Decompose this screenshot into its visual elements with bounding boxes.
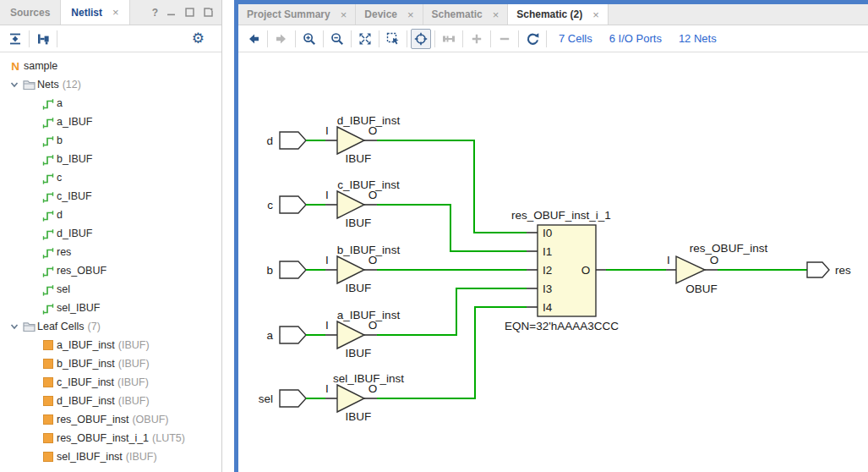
netlist-panel-tabbar: SourcesNetlist×?: [0, 0, 221, 25]
tree-row-d[interactable]: d: [0, 206, 221, 224]
forward-arrow-button[interactable]: [271, 29, 292, 49]
tree-item-label: Leaf Cells: [37, 321, 85, 332]
tree-row-sel-ibuf-inst[interactable]: sel_IBUF_inst(IBUF): [0, 447, 221, 466]
tree-item-label: b_IBUF_inst: [57, 358, 115, 370]
tree-row-sel[interactable]: sel: [0, 280, 221, 299]
hierarchy-icon: [36, 32, 50, 46]
back-arrow-button[interactable]: [243, 29, 264, 49]
net-icon: [42, 153, 54, 166]
zoom-in-icon: [303, 32, 316, 46]
tree-item-suffix: (IBUF): [118, 339, 150, 351]
input-port-c[interactable]: [280, 196, 306, 213]
maximize-icon[interactable]: [184, 7, 195, 18]
tab-device[interactable]: Device×: [356, 4, 423, 25]
schematic-drawing[interactable]: dIOd_IBUF_instIBUFcIOc_IBUF_instIBUFbIOb…: [238, 52, 868, 471]
close-tab-icon[interactable]: ×: [112, 6, 119, 19]
input-port-d[interactable]: [280, 132, 306, 149]
tab-label: Device: [364, 8, 397, 20]
settings-gear-icon[interactable]: ⚙: [192, 31, 205, 46]
tab-schematic[interactable]: Schematic×: [423, 4, 509, 25]
tree-row-res[interactable]: res: [0, 243, 221, 261]
instance-label: a_IBUF_inst: [337, 309, 401, 321]
close-tab-icon[interactable]: ×: [341, 8, 347, 21]
input-port-sel[interactable]: [280, 390, 306, 407]
instance-label: c_IBUF_inst: [337, 178, 400, 191]
tree-row-d-ibuf[interactable]: d_IBUF: [0, 224, 221, 243]
tree-item-label: sel_IBUF_inst: [57, 451, 123, 463]
autofit-selection-button[interactable]: [411, 29, 431, 49]
hierarchy-button[interactable]: [33, 29, 53, 49]
link-7-cells[interactable]: 7 Cells: [559, 32, 592, 45]
schematic-panel: Project Summary×Device×Schematic×Schemat…: [234, 0, 868, 472]
net-icon: [42, 172, 54, 184]
tree-item-suffix: (OBUF): [132, 414, 168, 425]
zoom-out-button[interactable]: [327, 29, 347, 49]
tree-row-sample[interactable]: Nsample: [0, 57, 221, 75]
minus-button[interactable]: [494, 29, 515, 49]
collapse-all-button[interactable]: [5, 29, 25, 49]
tree-row-res-obuf-inst-i-1[interactable]: res_OBUF_inst_i_1(LUT5): [0, 429, 221, 447]
expand-cone-button[interactable]: [439, 29, 459, 49]
tree-item-label: b: [57, 134, 63, 146]
float-icon[interactable]: [203, 7, 214, 18]
tree-item-label: sel: [57, 283, 70, 295]
tree-item-label: res_OBUF_inst: [57, 414, 128, 425]
buffer-shape[interactable]: [337, 385, 364, 412]
tree-row-c[interactable]: c: [0, 168, 221, 187]
tree-row-nets[interactable]: Nets(12): [0, 75, 221, 94]
tab-project-summary[interactable]: Project Summary×: [238, 4, 356, 25]
buffer-shape[interactable]: [337, 256, 364, 283]
schematic-canvas[interactable]: dIOd_IBUF_instIBUFcIOc_IBUF_instIBUFbIOb…: [238, 52, 868, 472]
link-12-nets[interactable]: 12 Nets: [679, 32, 717, 45]
instance-label: sel_IBUF_inst: [333, 372, 404, 385]
help-icon[interactable]: ?: [152, 7, 158, 19]
plus-button[interactable]: [467, 29, 487, 49]
tree-row-c-ibuf[interactable]: c_IBUF: [0, 187, 221, 206]
buffer-shape[interactable]: [337, 321, 364, 349]
input-port-a[interactable]: [280, 327, 306, 343]
tree-row-d-ibuf-inst[interactable]: d_IBUF_inst(IBUF): [0, 392, 221, 410]
tree-item-label: c: [57, 172, 62, 184]
panel-splitter[interactable]: [222, 0, 234, 472]
tree-row-b[interactable]: b: [0, 131, 221, 150]
tree-row-sel-ibuf[interactable]: sel_IBUF: [0, 299, 221, 317]
tree-row-res-obuf-inst[interactable]: res_OBUF_inst(OBUF): [0, 410, 221, 429]
zoom-fit-button[interactable]: [355, 29, 375, 49]
tab-sources[interactable]: Sources: [0, 0, 61, 25]
pin-label-I: I: [325, 124, 329, 137]
link-6-i-o-ports[interactable]: 6 I/O Ports: [609, 32, 662, 45]
buffer-shape[interactable]: [676, 256, 705, 283]
output-port-res[interactable]: [807, 262, 829, 277]
tree-row-c-ibuf-inst[interactable]: c_IBUF_inst(IBUF): [0, 373, 221, 392]
port-label: c: [267, 199, 273, 211]
tree-row-a-ibuf-inst[interactable]: a_IBUF_inst(IBUF): [0, 336, 221, 354]
input-port-b[interactable]: [280, 261, 306, 278]
tab-netlist[interactable]: Netlist×: [61, 0, 129, 25]
zoom-in-button[interactable]: [299, 29, 319, 49]
caret-expanded-icon[interactable]: [8, 80, 20, 89]
buffer-shape[interactable]: [337, 127, 364, 154]
tree-item-label: d: [57, 209, 63, 221]
tab-schematic-2-[interactable]: Schematic (2)×: [508, 4, 609, 25]
close-tab-icon[interactable]: ×: [592, 8, 599, 21]
tree-row-a-ibuf[interactable]: a_IBUF: [0, 113, 221, 131]
tree-row-a[interactable]: a: [0, 94, 221, 113]
tree-item-suffix: (IBUF): [118, 395, 150, 407]
close-tab-icon[interactable]: ×: [493, 8, 500, 21]
refresh-button[interactable]: [522, 29, 543, 49]
plus-icon: [470, 32, 483, 46]
cell-res_OBUF_inst[interactable]: IOres_OBUF_instOBUF: [666, 242, 767, 295]
tree-row-leaf-cells[interactable]: Leaf Cells(7): [0, 317, 221, 336]
minimize-icon[interactable]: [166, 7, 177, 18]
close-tab-icon[interactable]: ×: [407, 8, 414, 21]
pin-label-I: I: [325, 319, 329, 332]
buffer-shape[interactable]: [337, 191, 364, 218]
toolbar-separator: [462, 30, 463, 47]
caret-expanded-icon[interactable]: [8, 322, 20, 331]
tree-row-res-obuf[interactable]: res_OBUF: [0, 261, 221, 280]
expand-cone-icon: [442, 32, 456, 46]
tree-row-b-ibuf-inst[interactable]: b_IBUF_inst(IBUF): [0, 354, 221, 373]
tree-row-b-ibuf[interactable]: b_IBUF: [0, 150, 221, 168]
zoom-selection-button[interactable]: [383, 29, 403, 49]
instance-label: res_OBUF_inst_i_1: [511, 209, 611, 222]
